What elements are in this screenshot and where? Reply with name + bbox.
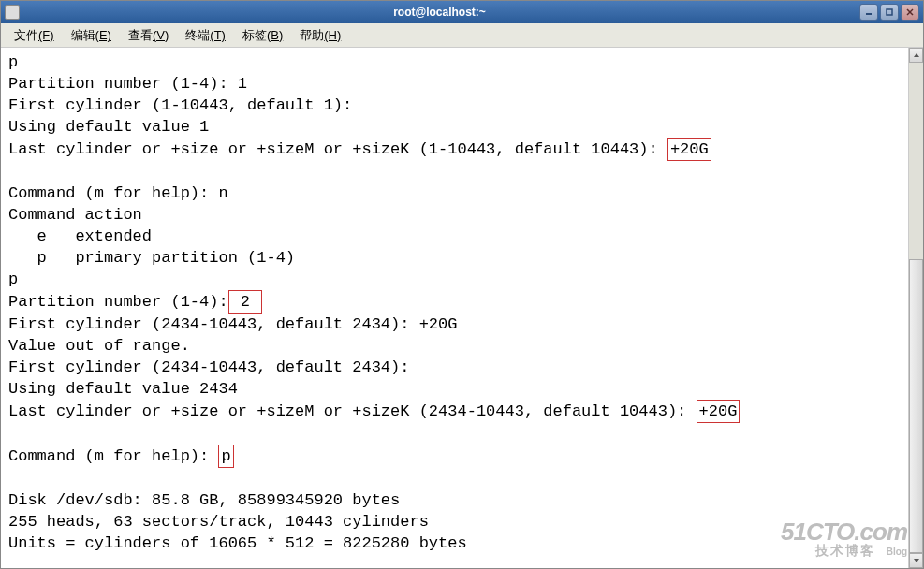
terminal-line: 255 heads, 63 sectors/track, 10443 cylin… xyxy=(8,513,429,531)
terminal-line: Last cylinder or +size or +sizeM or +siz… xyxy=(8,140,667,158)
menu-view[interactable]: 查看(V) xyxy=(121,24,176,47)
highlight-size-1: +20G xyxy=(667,138,711,161)
highlight-partition-2: 2 xyxy=(228,290,263,314)
terminal-line: Value out of range. xyxy=(8,337,190,355)
menu-help[interactable]: 帮助(H) xyxy=(292,24,348,47)
terminal-icon xyxy=(5,5,20,20)
svg-rect-1 xyxy=(887,9,892,15)
menu-tabs[interactable]: 标签(B) xyxy=(235,24,290,47)
terminal-line: First cylinder (1-10443, default 1): xyxy=(8,96,352,114)
terminal-line: Command (m for help): n xyxy=(8,184,228,202)
terminal-line: Partition number (1-4): xyxy=(8,293,228,311)
scroll-track[interactable] xyxy=(909,63,923,553)
window-title: root@localhost:~ xyxy=(20,6,859,19)
terminal-line: Units = cylinders of 16065 * 512 = 82252… xyxy=(8,534,467,552)
terminal-line: Using default value 2434 xyxy=(8,380,238,398)
terminal-line: p xyxy=(8,270,18,288)
highlight-command-p: p xyxy=(218,445,233,468)
terminal-output[interactable]: p Partition number (1-4): 1 First cylind… xyxy=(1,48,908,568)
vertical-scrollbar[interactable] xyxy=(908,48,923,568)
terminal-line: e extended xyxy=(8,227,152,245)
titlebar[interactable]: root@localhost:~ xyxy=(1,1,923,23)
close-button[interactable] xyxy=(901,4,919,21)
terminal-line: Command (m for help): xyxy=(8,447,218,465)
maximize-button[interactable] xyxy=(880,4,899,21)
menu-terminal[interactable]: 终端(T) xyxy=(178,24,233,47)
terminal-line: Last cylinder or +size or +sizeM or +siz… xyxy=(8,402,697,420)
scroll-up-button[interactable] xyxy=(909,48,923,63)
svg-marker-5 xyxy=(914,559,919,562)
terminal-window: root@localhost:~ 文件(F) 编辑(E) 查看(V) 终端(T)… xyxy=(0,0,924,569)
menu-edit[interactable]: 编辑(E) xyxy=(64,24,119,47)
terminal-line: Partition number (1-4): 1 xyxy=(8,75,247,93)
minimize-button[interactable] xyxy=(859,4,878,21)
terminal-line: Using default value 1 xyxy=(8,118,209,136)
terminal-line: First cylinder (2434-10443, default 2434… xyxy=(8,358,409,376)
terminal-line: Command action xyxy=(8,206,142,224)
terminal-line: Disk /dev/sdb: 85.8 GB, 85899345920 byte… xyxy=(8,491,400,509)
scroll-thumb[interactable] xyxy=(909,259,923,553)
svg-marker-4 xyxy=(914,53,919,57)
terminal-line: First cylinder (2434-10443, default 2434… xyxy=(8,315,457,333)
window-controls xyxy=(859,4,919,21)
highlight-size-2: +20G xyxy=(697,400,741,423)
menu-file[interactable]: 文件(F) xyxy=(7,24,62,47)
terminal-line: p primary partition (1-4) xyxy=(8,249,295,267)
titlebar-left xyxy=(5,5,20,20)
menubar: 文件(F) 编辑(E) 查看(V) 终端(T) 标签(B) 帮助(H) xyxy=(1,23,923,48)
scroll-down-button[interactable] xyxy=(909,553,923,568)
terminal-container: p Partition number (1-4): 1 First cylind… xyxy=(1,48,923,568)
terminal-line: p xyxy=(8,53,18,71)
